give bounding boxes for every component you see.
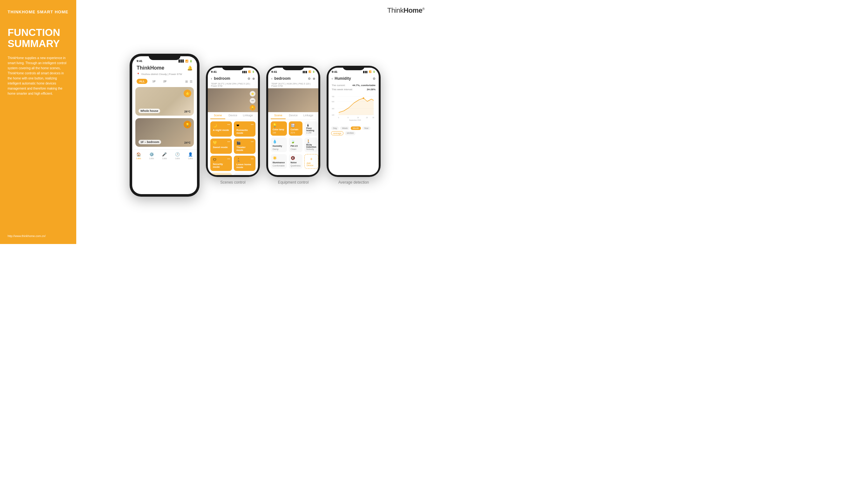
- tab-2f[interactable]: 2F: [161, 79, 169, 84]
- night-more[interactable]: •••: [227, 123, 230, 126]
- location-text: Yinzhou district Cloudy | Power 67W: [141, 73, 182, 75]
- equip-color-lamp[interactable]: 💡 Color lamp 1W: [271, 121, 287, 136]
- week-value: 24-28%: [367, 88, 376, 91]
- equip-tab-scene[interactable]: Scene: [271, 112, 286, 119]
- nav-scenes[interactable]: ⚙️ Labs: [149, 152, 154, 159]
- tab-average[interactable]: average: [331, 131, 343, 135]
- equip-tab-linkage[interactable]: Linkage: [301, 112, 316, 119]
- scene-romantic-mode[interactable]: ❤ Romantic mode •••: [234, 121, 255, 136]
- equip-body-induction[interactable]: 🚶 Body Induction Nobody: [304, 138, 318, 152]
- sweet-more[interactable]: •••: [227, 140, 230, 143]
- equip-time: 9:41: [271, 70, 277, 73]
- equipment-phone-container: 9:41 ▋▋▋ 📶 🔋 ‹ bedroom ⚙ ⊕: [266, 66, 320, 185]
- nav-user-label: Labs: [188, 157, 193, 159]
- tab-day[interactable]: Day: [331, 126, 339, 130]
- tab-device[interactable]: Device: [225, 112, 240, 119]
- chart-stats: The current: 44.7%, comfortable This wee…: [332, 84, 376, 91]
- signal-icon: ▋▋▋: [179, 60, 184, 63]
- scene-sweet-mode[interactable]: 💛 Sweet mode •••: [210, 139, 232, 154]
- tab-linkage[interactable]: Linkage: [241, 112, 255, 119]
- equip-floor-heating[interactable]: 🌡 Floor heating 2.2W: [304, 121, 318, 136]
- nav-mic[interactable]: 🎤 Labs: [162, 152, 167, 159]
- location-pin-icon: 📍: [136, 73, 140, 75]
- equip-noise[interactable]: 🔇 Noise Quietness: [289, 154, 303, 169]
- equip-tab-device[interactable]: Device: [286, 112, 301, 119]
- scene-night-mode[interactable]: 🌙 A night mode •••: [210, 121, 232, 136]
- room-icon-whole-house[interactable]: ⭐: [184, 90, 191, 97]
- equipment-caption: Equipment control: [278, 180, 309, 185]
- tab-year[interactable]: Year: [362, 126, 370, 130]
- wifi-icon: 📶: [185, 60, 188, 63]
- scene-night-label: A night mode: [213, 129, 229, 131]
- scene-security-mode[interactable]: 🛡 Security mode •••: [210, 156, 232, 171]
- scenes-phone-container: 9:41 ▋▋▋ 📶 🔋 ‹ bedroom ⚙ ⊕: [206, 66, 260, 185]
- tab-all[interactable]: ALL: [136, 79, 148, 84]
- equip-gear-icon[interactable]: ⚙: [308, 77, 311, 81]
- app-title: ThinkHome: [136, 65, 164, 71]
- battery-icon: 🔋: [189, 60, 192, 63]
- clock-icon: 🕐: [175, 152, 180, 157]
- equipment-phone: 9:41 ▋▋▋ 📶 🔋 ‹ bedroom ⚙ ⊕: [266, 66, 320, 177]
- room-icon-bedroom[interactable]: 💡: [184, 121, 191, 128]
- equip-back-btn[interactable]: ‹: [271, 77, 272, 81]
- tab-1f[interactable]: 1F: [150, 79, 159, 84]
- equip-title: bedroom: [274, 76, 290, 81]
- tab-section[interactable]: section: [345, 131, 355, 135]
- chart-gear-icon[interactable]: ⚙: [373, 77, 376, 81]
- svg-text:3: 3: [338, 117, 339, 119]
- romantic-more[interactable]: •••: [251, 123, 253, 126]
- chart-back-btn[interactable]: ‹: [332, 77, 333, 81]
- scenes-add-icon[interactable]: ⊕: [252, 77, 255, 81]
- nav-clock[interactable]: 🕐 Labs: [175, 152, 180, 159]
- equip-pm25[interactable]: 🍃 PM 2.5 Clean: [289, 138, 303, 152]
- leave-more[interactable]: •••: [251, 157, 253, 160]
- nav-user[interactable]: 👤 Labs: [188, 152, 193, 159]
- scenes-room-info: TEMP 26.0°C | HUM 29% | PM2.5 120 | Powe…: [208, 82, 258, 88]
- grid-icon[interactable]: ⊞: [185, 80, 188, 83]
- equip-room-info: TEMP 26.0°C | HUM 29% | PM2.5 120 | Powe…: [268, 82, 318, 88]
- equip-add-icon[interactable]: ⊕: [313, 77, 315, 81]
- current-value: 44.7%, comfortable: [352, 84, 376, 87]
- room-card-bedroom[interactable]: 1F – bedroom 24°C 💡: [135, 118, 194, 147]
- body-icon: 🚶: [306, 140, 316, 144]
- floor-tab-icons: ⊞ ☰: [185, 80, 192, 83]
- tab-month[interactable]: Month: [351, 126, 361, 130]
- chart-title: Humidity: [335, 76, 351, 81]
- nav-clock-label: Labs: [175, 157, 180, 159]
- scene-new-scene[interactable]: + New Scene: [234, 173, 255, 175]
- humidity-icon: 💧: [273, 140, 285, 144]
- scene-leave-home[interactable]: 🚶 Leave home mode •••: [234, 156, 255, 171]
- equip-add-device[interactable]: + Add Device: [304, 154, 318, 169]
- scene-theater-mode-1[interactable]: 🎬 Theater mode •••: [234, 139, 255, 154]
- scenes-title: bedroom: [214, 76, 230, 81]
- nav-home[interactable]: 🏠 Labs: [136, 152, 141, 159]
- scenes-gear-icon[interactable]: ⚙: [248, 77, 250, 81]
- bell-icon[interactable]: 🔔: [187, 65, 192, 70]
- equip-header-icons: ⚙ ⊕: [308, 77, 315, 81]
- scenes-back-btn[interactable]: ‹: [211, 77, 212, 81]
- equip-humidity[interactable]: 💧 Humidity Damp: [271, 138, 287, 152]
- theater-icon-1: 🎬: [237, 141, 253, 145]
- svg-text:700: 700: [332, 96, 335, 97]
- equip-curtain[interactable]: 🪟 Curtain 31%: [289, 121, 303, 136]
- equip-phone-notch: [282, 66, 304, 70]
- security-more[interactable]: •••: [227, 157, 230, 160]
- chart-time: 9:41: [332, 70, 337, 73]
- bottom-nav: 🏠 Labs ⚙️ Labs 🎤 Labs 🕐: [132, 149, 197, 163]
- chart-phone-container: 9:41 ▋▋▋ 📶 🔋 ‹ Humidity ⚙: [327, 66, 381, 185]
- equip-illuminance[interactable]: ☀️ Illuminance Comfortable: [271, 154, 287, 169]
- room-control-icon: 〰: [250, 98, 255, 103]
- scene-leave-label: Leave home mode: [237, 163, 253, 169]
- scenes-status-icons: ▋▋▋ 📶 🔋: [242, 70, 255, 73]
- tab-week[interactable]: Week: [340, 126, 349, 130]
- home-icon: 🏠: [136, 152, 141, 157]
- svg-text:9: 9: [348, 117, 348, 119]
- theater-more-1[interactable]: •••: [251, 140, 253, 143]
- scene-theater-mode-2[interactable]: 🎭 Theater mode: [210, 173, 232, 175]
- status-time: 9:41: [136, 59, 142, 63]
- room-card-whole-house[interactable]: Whole house 26°C ⭐: [135, 87, 194, 116]
- list-icon[interactable]: ☰: [190, 80, 192, 83]
- tab-scene[interactable]: Scene: [210, 112, 225, 119]
- scenes-header: ‹ bedroom ⚙ ⊕: [208, 74, 258, 82]
- leave-icon: 🚶: [237, 158, 253, 162]
